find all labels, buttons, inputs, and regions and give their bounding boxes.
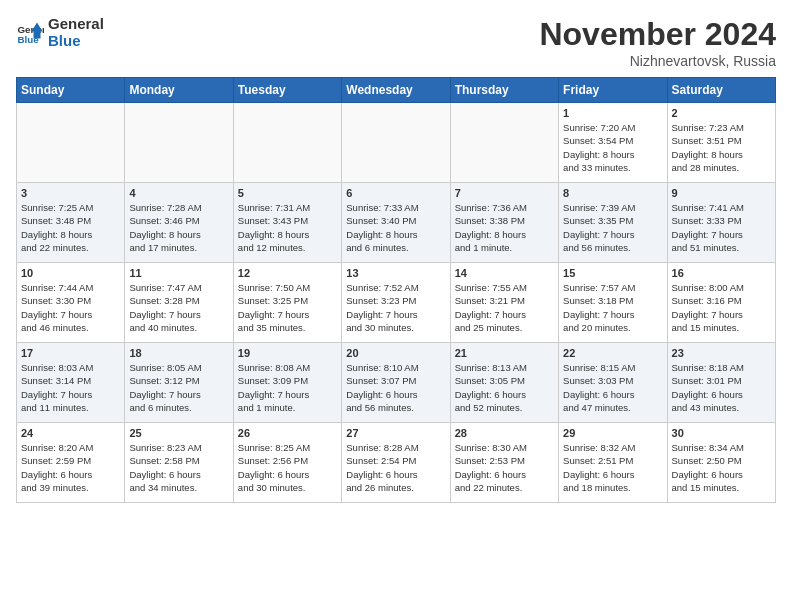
col-header-wednesday: Wednesday <box>342 78 450 103</box>
day-info-line: Sunrise: 8:28 AM <box>346 441 445 454</box>
day-info-line: and 46 minutes. <box>21 321 120 334</box>
day-info-line: Daylight: 8 hours <box>129 228 228 241</box>
day-number: 3 <box>21 187 120 199</box>
day-cell: 18Sunrise: 8:05 AMSunset: 3:12 PMDayligh… <box>125 343 233 423</box>
day-info-line: and 12 minutes. <box>238 241 337 254</box>
col-header-thursday: Thursday <box>450 78 558 103</box>
day-content: Sunrise: 8:20 AMSunset: 2:59 PMDaylight:… <box>21 441 120 494</box>
day-info-line: Sunset: 3:43 PM <box>238 214 337 227</box>
day-content: Sunrise: 8:15 AMSunset: 3:03 PMDaylight:… <box>563 361 662 414</box>
day-content: Sunrise: 8:00 AMSunset: 3:16 PMDaylight:… <box>672 281 771 334</box>
day-cell: 14Sunrise: 7:55 AMSunset: 3:21 PMDayligh… <box>450 263 558 343</box>
day-content: Sunrise: 8:30 AMSunset: 2:53 PMDaylight:… <box>455 441 554 494</box>
month-title: November 2024 <box>539 16 776 53</box>
day-info-line: Sunset: 2:50 PM <box>672 454 771 467</box>
day-info-line: Sunset: 3:30 PM <box>21 294 120 307</box>
day-info-line: Sunrise: 7:44 AM <box>21 281 120 294</box>
day-number: 28 <box>455 427 554 439</box>
day-number: 10 <box>21 267 120 279</box>
day-cell: 28Sunrise: 8:30 AMSunset: 2:53 PMDayligh… <box>450 423 558 503</box>
logo: General Blue General Blue <box>16 16 104 49</box>
title-block: November 2024 Nizhnevartovsk, Russia <box>539 16 776 69</box>
day-info-line: Sunrise: 7:52 AM <box>346 281 445 294</box>
day-cell <box>450 103 558 183</box>
day-number: 23 <box>672 347 771 359</box>
day-content: Sunrise: 8:13 AMSunset: 3:05 PMDaylight:… <box>455 361 554 414</box>
day-info-line: Sunrise: 8:32 AM <box>563 441 662 454</box>
col-header-friday: Friday <box>559 78 667 103</box>
day-info-line: Sunset: 3:09 PM <box>238 374 337 387</box>
day-info-line: Daylight: 7 hours <box>672 228 771 241</box>
day-content: Sunrise: 7:50 AMSunset: 3:25 PMDaylight:… <box>238 281 337 334</box>
day-info-line: Sunrise: 7:23 AM <box>672 121 771 134</box>
day-info-line: and 30 minutes. <box>238 481 337 494</box>
day-info-line: Sunrise: 7:25 AM <box>21 201 120 214</box>
day-info-line: Sunrise: 7:28 AM <box>129 201 228 214</box>
day-info-line: Daylight: 8 hours <box>238 228 337 241</box>
day-number: 18 <box>129 347 228 359</box>
day-info-line: and 6 minutes. <box>129 401 228 414</box>
day-info-line: and 40 minutes. <box>129 321 228 334</box>
day-cell: 19Sunrise: 8:08 AMSunset: 3:09 PMDayligh… <box>233 343 341 423</box>
day-info-line: and 56 minutes. <box>346 401 445 414</box>
day-info-line: Sunset: 3:14 PM <box>21 374 120 387</box>
day-info-line: Sunrise: 8:18 AM <box>672 361 771 374</box>
day-number: 19 <box>238 347 337 359</box>
day-info-line: Sunset: 3:12 PM <box>129 374 228 387</box>
day-content: Sunrise: 8:03 AMSunset: 3:14 PMDaylight:… <box>21 361 120 414</box>
day-content: Sunrise: 7:57 AMSunset: 3:18 PMDaylight:… <box>563 281 662 334</box>
day-cell: 23Sunrise: 8:18 AMSunset: 3:01 PMDayligh… <box>667 343 775 423</box>
day-info-line: Sunset: 3:05 PM <box>455 374 554 387</box>
logo-blue: Blue <box>48 33 104 50</box>
day-cell: 17Sunrise: 8:03 AMSunset: 3:14 PMDayligh… <box>17 343 125 423</box>
day-info-line: Sunset: 3:46 PM <box>129 214 228 227</box>
day-cell: 1Sunrise: 7:20 AMSunset: 3:54 PMDaylight… <box>559 103 667 183</box>
week-row-2: 3Sunrise: 7:25 AMSunset: 3:48 PMDaylight… <box>17 183 776 263</box>
logo-icon: General Blue <box>16 19 44 47</box>
day-cell: 2Sunrise: 7:23 AMSunset: 3:51 PMDaylight… <box>667 103 775 183</box>
day-info-line: Sunrise: 7:57 AM <box>563 281 662 294</box>
day-info-line: Daylight: 7 hours <box>238 308 337 321</box>
day-number: 8 <box>563 187 662 199</box>
day-info-line: Daylight: 7 hours <box>21 388 120 401</box>
day-cell: 3Sunrise: 7:25 AMSunset: 3:48 PMDaylight… <box>17 183 125 263</box>
day-info-line: Sunrise: 8:23 AM <box>129 441 228 454</box>
day-cell <box>233 103 341 183</box>
week-row-3: 10Sunrise: 7:44 AMSunset: 3:30 PMDayligh… <box>17 263 776 343</box>
day-number: 29 <box>563 427 662 439</box>
week-row-4: 17Sunrise: 8:03 AMSunset: 3:14 PMDayligh… <box>17 343 776 423</box>
day-cell: 6Sunrise: 7:33 AMSunset: 3:40 PMDaylight… <box>342 183 450 263</box>
day-info-line: Daylight: 6 hours <box>455 388 554 401</box>
day-cell <box>125 103 233 183</box>
day-info-line: and 52 minutes. <box>455 401 554 414</box>
day-info-line: Sunrise: 8:08 AM <box>238 361 337 374</box>
day-info-line: and 15 minutes. <box>672 481 771 494</box>
day-info-line: and 43 minutes. <box>672 401 771 414</box>
day-content: Sunrise: 7:25 AMSunset: 3:48 PMDaylight:… <box>21 201 120 254</box>
day-info-line: Daylight: 6 hours <box>563 468 662 481</box>
day-cell: 12Sunrise: 7:50 AMSunset: 3:25 PMDayligh… <box>233 263 341 343</box>
day-cell: 20Sunrise: 8:10 AMSunset: 3:07 PMDayligh… <box>342 343 450 423</box>
day-cell: 30Sunrise: 8:34 AMSunset: 2:50 PMDayligh… <box>667 423 775 503</box>
day-cell: 27Sunrise: 8:28 AMSunset: 2:54 PMDayligh… <box>342 423 450 503</box>
day-info-line: Sunset: 2:53 PM <box>455 454 554 467</box>
day-info-line: Sunset: 3:48 PM <box>21 214 120 227</box>
day-info-line: Sunrise: 7:36 AM <box>455 201 554 214</box>
day-number: 20 <box>346 347 445 359</box>
day-content: Sunrise: 8:10 AMSunset: 3:07 PMDaylight:… <box>346 361 445 414</box>
day-number: 4 <box>129 187 228 199</box>
week-row-5: 24Sunrise: 8:20 AMSunset: 2:59 PMDayligh… <box>17 423 776 503</box>
day-info-line: Daylight: 7 hours <box>455 308 554 321</box>
day-info-line: Daylight: 6 hours <box>129 468 228 481</box>
day-cell <box>342 103 450 183</box>
day-info-line: Daylight: 8 hours <box>672 148 771 161</box>
col-header-monday: Monday <box>125 78 233 103</box>
day-number: 25 <box>129 427 228 439</box>
day-cell: 26Sunrise: 8:25 AMSunset: 2:56 PMDayligh… <box>233 423 341 503</box>
location: Nizhnevartovsk, Russia <box>539 53 776 69</box>
day-content: Sunrise: 8:23 AMSunset: 2:58 PMDaylight:… <box>129 441 228 494</box>
day-number: 2 <box>672 107 771 119</box>
day-cell: 11Sunrise: 7:47 AMSunset: 3:28 PMDayligh… <box>125 263 233 343</box>
page-header: General Blue General Blue November 2024 … <box>16 16 776 69</box>
day-info-line: Sunrise: 7:50 AM <box>238 281 337 294</box>
